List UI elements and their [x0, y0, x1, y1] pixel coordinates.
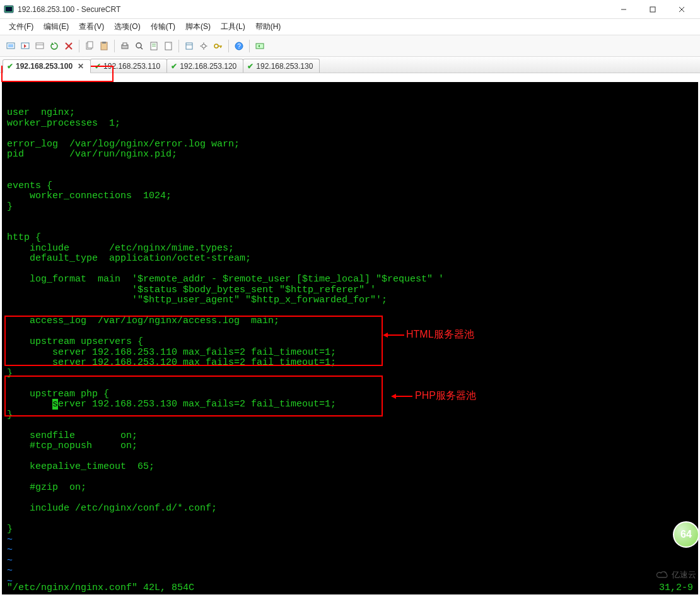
- toolbar-separator: [228, 40, 229, 52]
- toolbar-print-icon[interactable]: [118, 39, 132, 53]
- toolbar-separator: [249, 40, 250, 52]
- check-icon: ✔: [171, 62, 177, 71]
- status-position: 31,2-9: [659, 583, 693, 594]
- toolbar-paste-icon[interactable]: [97, 39, 111, 53]
- svg-point-28: [214, 44, 218, 48]
- toolbar-find-icon[interactable]: [132, 39, 146, 53]
- menu-help[interactable]: 帮助(H): [250, 20, 286, 34]
- svg-rect-14: [88, 42, 93, 48]
- minimize-button[interactable]: [609, 0, 638, 19]
- session-tab-active[interactable]: ✔ 192.168.253.100 ✕: [3, 59, 91, 73]
- menu-view[interactable]: 查看(V): [74, 20, 109, 34]
- svg-line-20: [141, 47, 143, 49]
- svg-text:?: ?: [237, 43, 241, 50]
- svg-point-27: [202, 44, 206, 48]
- menu-edit[interactable]: 编辑(E): [38, 20, 74, 34]
- status-file: "/etc/nginx/nginx.conf" 42L, 854C: [7, 583, 194, 594]
- svg-rect-25: [186, 43, 192, 49]
- menu-script[interactable]: 脚本(S): [180, 20, 216, 34]
- toolbar-quick-connect-icon[interactable]: [18, 39, 32, 53]
- tab-label: 192.168.253.120: [180, 62, 236, 71]
- toolbar-separator: [79, 40, 79, 52]
- check-icon: ✔: [95, 62, 101, 71]
- toolbar-connect-icon[interactable]: [4, 39, 18, 53]
- terminal-output[interactable]: user nginx;worker_processes 1; error_log…: [2, 82, 698, 594]
- toolbar-log-icon[interactable]: [147, 39, 161, 53]
- toolbar-session-icon[interactable]: [33, 39, 47, 53]
- svg-rect-9: [36, 43, 44, 49]
- watermark: 亿速云: [655, 569, 696, 581]
- tab-label: 192.168.253.130: [256, 62, 313, 71]
- svg-rect-18: [123, 43, 127, 45]
- session-tab[interactable]: ✔ 192.168.253.130: [243, 59, 320, 73]
- check-icon: ✔: [247, 62, 254, 71]
- close-icon[interactable]: ✕: [78, 62, 84, 71]
- toolbar-copy-icon[interactable]: [83, 39, 96, 53]
- close-button[interactable]: [667, 0, 696, 19]
- svg-rect-1: [6, 7, 12, 11]
- check-icon: ✔: [7, 62, 13, 71]
- menu-options[interactable]: 选项(O): [109, 20, 145, 34]
- toolbar-separator: [178, 40, 179, 52]
- vim-status-line: "/etc/nginx/nginx.conf" 42L, 854C 31,2-9: [7, 583, 693, 594]
- badge-64[interactable]: 64: [673, 521, 699, 548]
- toolbar-sftp-icon[interactable]: [253, 39, 267, 53]
- toolbar-key-icon[interactable]: [211, 39, 225, 53]
- title-bar: 192.168.253.100 - SecureCRT: [0, 0, 700, 19]
- svg-rect-7: [8, 44, 13, 47]
- toolbar-disconnect-icon[interactable]: [62, 39, 76, 53]
- tab-label: 192.168.253.100: [16, 62, 73, 71]
- session-tab[interactable]: ✔ 192.168.253.120: [166, 59, 243, 73]
- session-tab[interactable]: ✔ 192.168.253.110: [90, 59, 167, 73]
- tab-label: 192.168.253.110: [103, 62, 160, 71]
- svg-point-19: [136, 43, 141, 48]
- menu-tools[interactable]: 工具(L): [216, 20, 250, 34]
- window-controls: [609, 0, 696, 19]
- tab-bar: ✔ 192.168.253.100 ✕ ✔ 192.168.253.110 ✔ …: [0, 57, 700, 73]
- menu-bar: 文件(F) 编辑(E) 查看(V) 选项(O) 传输(T) 脚本(S) 工具(L…: [0, 19, 700, 35]
- app-icon: [4, 4, 14, 15]
- svg-rect-16: [102, 42, 106, 44]
- menu-transfer[interactable]: 传输(T): [146, 20, 180, 34]
- svg-rect-3: [650, 7, 655, 12]
- toolbar-separator: [114, 40, 115, 52]
- toolbar-new-icon[interactable]: [161, 39, 175, 53]
- toolbar-properties-icon[interactable]: [182, 39, 196, 53]
- toolbar-help-icon[interactable]: ?: [232, 39, 246, 53]
- toolbar: ?: [0, 35, 700, 57]
- window-title: 192.168.253.100 - SecureCRT: [18, 5, 609, 14]
- menu-file[interactable]: 文件(F): [4, 20, 38, 34]
- maximize-button[interactable]: [638, 0, 667, 19]
- toolbar-options-icon[interactable]: [197, 39, 211, 53]
- toolbar-reconnect-icon[interactable]: [47, 39, 61, 53]
